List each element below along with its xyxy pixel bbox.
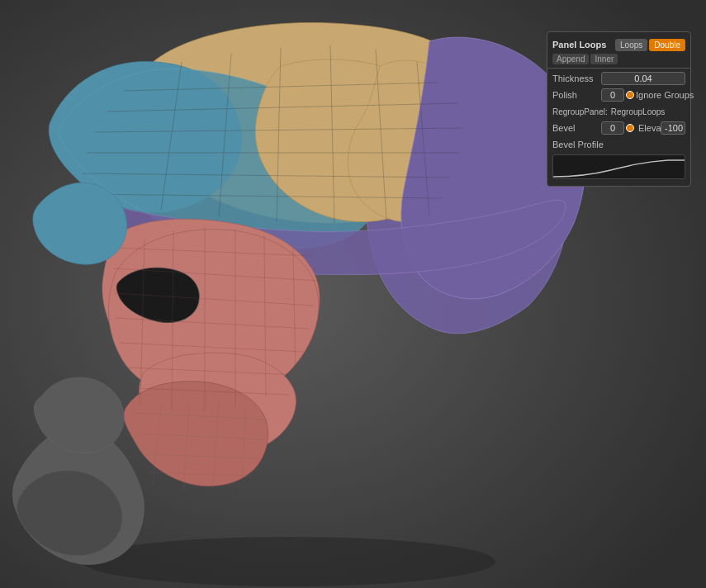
- bevel-value[interactable]: 0: [601, 121, 624, 135]
- regroup-loops-btn[interactable]: RegroupLoops: [611, 107, 666, 116]
- bevel-profile-label: Bevel Profile: [552, 140, 604, 149]
- polish-value[interactable]: 0: [601, 88, 624, 102]
- bevel-row: Bevel 0 Elevation -100: [547, 120, 690, 136]
- sub-tab-inner[interactable]: Inner: [590, 54, 618, 64]
- panel-header-row: Panel Loops Loops Double: [547, 36, 690, 54]
- svg-point-1: [83, 537, 495, 586]
- thickness-row: Thickness 0.04: [547, 70, 690, 87]
- polish-row: Polish 0 Ignore Groups: [547, 87, 690, 103]
- regroup-row: RegroupPanel: RegroupLoops: [547, 103, 690, 120]
- ignore-groups-btn[interactable]: Ignore Groups: [636, 90, 694, 100]
- panel-title: Panel Loops: [552, 40, 606, 50]
- sub-tab-append[interactable]: Append: [552, 54, 589, 64]
- sub-tab-group: Append Inner: [547, 54, 690, 66]
- tab-loops[interactable]: Loops: [615, 39, 647, 51]
- tab-group: Loops Double: [615, 39, 685, 51]
- bevel-label: Bevel: [552, 123, 598, 133]
- regroup-panel-label: RegroupPanel:: [552, 107, 608, 116]
- bevel-profile-row: Bevel Profile: [547, 136, 690, 153]
- polish-label: Polish: [552, 90, 598, 100]
- thickness-label: Thickness: [552, 74, 598, 83]
- elevation-label: Elevation: [638, 123, 656, 133]
- thickness-value[interactable]: 0.04: [601, 72, 685, 85]
- tab-double[interactable]: Double: [649, 39, 685, 51]
- panel-ui: Panel Loops Loops Double Append Inner Th…: [547, 31, 691, 187]
- bevel-profile-curve-area[interactable]: [552, 154, 685, 179]
- elevation-value[interactable]: -100: [661, 121, 685, 135]
